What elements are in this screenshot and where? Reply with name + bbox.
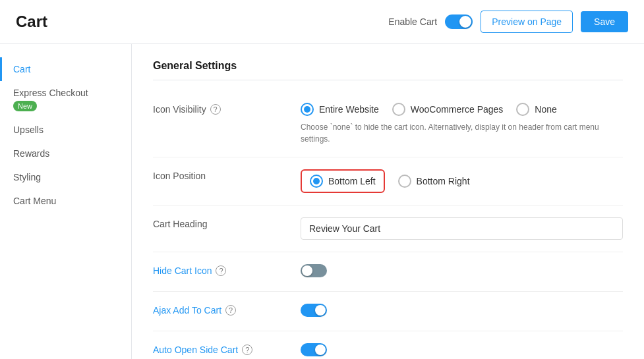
radio-label-bottom-right: Bottom Right [417,176,470,186]
auto-open-side-cart-help-icon[interactable]: ? [242,345,252,355]
enable-cart-label: Enable Cart [388,16,437,27]
icon-visibility-row: Icon Visibility ? Entire Website [153,91,623,157]
ajax-add-to-cart-toggle[interactable] [301,304,327,317]
sidebar-item-express-checkout[interactable]: Express Checkout New [0,81,131,118]
toggle-thumb [459,16,471,28]
cart-heading-label: Cart Heading [153,217,285,229]
sidebar-item-cart[interactable]: Cart [0,57,131,81]
auto-open-side-cart-control [301,343,623,358]
auto-open-side-cart-toggle[interactable] [301,343,327,356]
cart-heading-input[interactable] [301,217,623,240]
hide-cart-icon-row: Hide Cart Icon ? [153,252,623,292]
sidebar-item-upsells[interactable]: Upsells [0,118,131,142]
header: Cart Enable Cart Preview on Page Save [0,0,644,44]
radio-outer-bottom-right [398,175,411,188]
radio-label-none: None [535,104,556,115]
radio-woocommerce-pages[interactable]: WooCommerce Pages [392,103,504,116]
hide-cart-icon-toggle[interactable] [301,264,327,277]
header-actions: Enable Cart Preview on Page Save [388,11,628,33]
radio-entire-website[interactable]: Entire Website [301,103,379,116]
radio-outer-entire-website [301,103,314,116]
icon-visibility-control: Entire Website WooCommerce Pages None [301,103,623,145]
auto-open-side-cart-row: Auto Open Side Cart ? [153,331,623,359]
icon-visibility-radio-group: Entire Website WooCommerce Pages None [301,103,623,116]
hide-cart-icon-help-icon[interactable]: ? [216,265,226,276]
auto-open-side-cart-label: Auto Open Side Cart ? [153,343,285,355]
radio-bottom-left[interactable]: Bottom Left [301,169,385,193]
save-button[interactable]: Save [581,11,628,32]
icon-visibility-help-text: Choose `none` to hide the cart icon. Alt… [301,121,623,145]
radio-outer-none [516,103,529,116]
auto-open-side-cart-track [301,343,327,356]
ajax-add-to-cart-row: Ajax Add To Cart ? [153,292,623,331]
ajax-add-to-cart-control [301,304,623,319]
section-title: General Settings [153,60,623,80]
ajax-add-to-cart-label: Ajax Add To Cart ? [153,304,285,316]
radio-inner-entire-website [304,106,310,113]
hide-cart-icon-track [301,264,327,277]
ajax-add-to-cart-help-icon[interactable]: ? [225,305,236,316]
app-container: Cart Enable Cart Preview on Page Save Ca… [0,0,644,359]
radio-none[interactable]: None [516,103,556,116]
toggle-track [445,14,473,29]
sidebar-item-rewards[interactable]: Rewards [0,142,131,165]
radio-outer-woocommerce [392,103,405,116]
hide-cart-icon-control [301,264,623,279]
icon-position-control: Bottom Left Bottom Right [301,169,623,193]
sidebar-item-styling[interactable]: Styling [0,165,131,189]
preview-on-page-button[interactable]: Preview on Page [481,11,573,33]
main-layout: Cart Express Checkout New Upsells Reward… [0,44,644,359]
express-checkout-badge: New [13,101,37,111]
icon-visibility-label: Icon Visibility ? [153,103,285,115]
radio-outer-bottom-left [310,175,323,188]
ajax-add-to-cart-thumb [315,305,326,316]
cart-heading-row: Cart Heading [153,206,623,252]
radio-inner-bottom-left [313,178,320,184]
sidebar-item-cart-menu[interactable]: Cart Menu [0,189,131,213]
radio-label-bottom-left: Bottom Left [328,176,376,186]
sidebar: Cart Express Checkout New Upsells Reward… [0,44,132,359]
cart-heading-control [301,217,623,240]
icon-position-label: Icon Position [153,169,285,181]
radio-label-woocommerce: WooCommerce Pages [411,104,504,115]
hide-cart-icon-thumb [302,265,312,276]
icon-position-radio-group: Bottom Left Bottom Right [301,169,623,193]
page-title: Cart [16,13,388,31]
enable-cart-toggle[interactable] [445,14,473,29]
icon-visibility-help-icon[interactable]: ? [210,104,221,115]
ajax-add-to-cart-track [301,304,327,317]
hide-cart-icon-label: Hide Cart Icon ? [153,264,285,276]
content-area: General Settings Icon Visibility ? Entir [132,44,644,359]
icon-position-row: Icon Position Bottom Left [153,157,623,206]
auto-open-side-cart-thumb [315,345,326,355]
radio-bottom-right[interactable]: Bottom Right [398,175,470,188]
radio-label-entire-website: Entire Website [319,104,379,115]
